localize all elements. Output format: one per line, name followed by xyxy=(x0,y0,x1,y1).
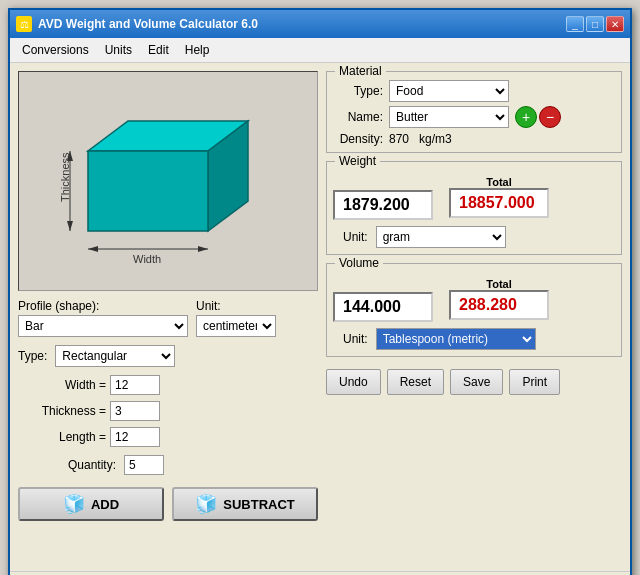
width-input[interactable] xyxy=(110,375,160,395)
weight-value: 1879.200 xyxy=(333,190,433,220)
volume-unit-select[interactable]: Tablespoon (metric) Liter Milliliter xyxy=(376,328,536,350)
type-row: Type: Rectangular Round xyxy=(18,345,318,367)
quantity-input[interactable] xyxy=(124,455,164,475)
weight-total-value: 18857.000 xyxy=(449,188,549,218)
add-material-button[interactable]: + xyxy=(515,106,537,128)
width-row: Width = xyxy=(26,375,318,395)
weight-section-label: Weight xyxy=(335,154,380,168)
weight-unit-label: Unit: xyxy=(343,230,368,244)
type-label: Type: xyxy=(18,349,47,363)
left-panel: Thickness Width Profile (shape): Bar xyxy=(18,71,318,563)
weight-unit-select[interactable]: gram kilogram pound xyxy=(376,226,506,248)
shape-svg: Thickness Width xyxy=(48,91,288,271)
profile-label: Profile (shape): xyxy=(18,299,188,313)
length-label: Length = xyxy=(26,430,106,444)
material-name-select[interactable]: Butter Cheese xyxy=(389,106,509,128)
density-value: 870 xyxy=(389,132,409,146)
unit-group: Unit: centimeter millimeter meter inch xyxy=(196,299,276,337)
volume-unit-row: Unit: Tablespoon (metric) Liter Millilit… xyxy=(333,328,615,350)
material-action-buttons: + − xyxy=(515,106,561,128)
subtract-icon: 🧊 xyxy=(195,493,217,515)
title-bar: ⚖ AVD Weight and Volume Calculator 6.0 _… xyxy=(10,10,630,38)
svg-text:Thickness: Thickness xyxy=(59,152,71,202)
undo-button[interactable]: Undo xyxy=(326,369,381,395)
main-content: Thickness Width Profile (shape): Bar xyxy=(10,63,630,571)
material-name-label: Name: xyxy=(333,110,383,124)
material-name-row: Name: Butter Cheese + − xyxy=(333,106,615,128)
maximize-button[interactable]: □ xyxy=(586,16,604,32)
add-subtract-row: 🧊 ADD 🧊 SUBTRACT xyxy=(18,487,318,521)
quantity-label: Quantity: xyxy=(68,458,116,472)
svg-marker-5 xyxy=(67,221,73,231)
remove-material-button[interactable]: − xyxy=(539,106,561,128)
right-panel: Material Type: Food Metal Wood Name: But… xyxy=(326,71,622,563)
add-label: ADD xyxy=(91,497,119,512)
add-icon: 🧊 xyxy=(63,493,85,515)
volume-total-label: Total xyxy=(449,278,549,290)
action-row: Undo Reset Save Print xyxy=(326,365,622,399)
svg-marker-2 xyxy=(88,151,208,231)
volume-total-value: 288.280 xyxy=(449,290,549,320)
svg-text:Width: Width xyxy=(133,253,161,265)
thickness-row: Thickness = xyxy=(26,401,318,421)
menu-units[interactable]: Units xyxy=(97,40,140,60)
material-type-row: Type: Food Metal Wood xyxy=(333,80,615,102)
subtract-label: SUBTRACT xyxy=(223,497,295,512)
window-title: AVD Weight and Volume Calculator 6.0 xyxy=(38,17,258,31)
svg-marker-8 xyxy=(88,246,98,252)
type-select[interactable]: Rectangular Round xyxy=(55,345,175,367)
title-buttons: _ □ ✕ xyxy=(566,16,624,32)
material-type-select[interactable]: Food Metal Wood xyxy=(389,80,509,102)
volume-value: 144.000 xyxy=(333,292,433,322)
thickness-label: Thickness = xyxy=(26,404,106,418)
unit-label: Unit: xyxy=(196,299,276,313)
dimensions-group: Width = Thickness = Length = xyxy=(18,375,318,447)
minimize-button[interactable]: _ xyxy=(566,16,584,32)
svg-marker-9 xyxy=(198,246,208,252)
subtract-button[interactable]: 🧊 SUBTRACT xyxy=(172,487,318,521)
shape-canvas: Thickness Width xyxy=(18,71,318,291)
density-row: Density: 870 kg/m3 xyxy=(333,132,615,146)
material-type-label: Type: xyxy=(333,84,383,98)
main-window: ⚖ AVD Weight and Volume Calculator 6.0 _… xyxy=(8,8,632,575)
length-row: Length = xyxy=(26,427,318,447)
volume-unit-label: Unit: xyxy=(343,332,368,346)
menu-help[interactable]: Help xyxy=(177,40,218,60)
footer: http://www.avlandesign.com xyxy=(10,571,630,575)
volume-section-label: Volume xyxy=(335,256,383,270)
length-input[interactable] xyxy=(110,427,160,447)
menu-edit[interactable]: Edit xyxy=(140,40,177,60)
app-icon: ⚖ xyxy=(16,16,32,32)
profile-group: Profile (shape): Bar xyxy=(18,299,188,337)
close-button[interactable]: ✕ xyxy=(606,16,624,32)
thickness-input[interactable] xyxy=(110,401,160,421)
print-button[interactable]: Print xyxy=(509,369,560,395)
unit-select[interactable]: centimeter millimeter meter inch xyxy=(196,315,276,337)
weight-total-label: Total xyxy=(449,176,549,188)
menu-bar: Conversions Units Edit Help xyxy=(10,38,630,63)
profile-select[interactable]: Bar xyxy=(18,315,188,337)
material-group: Material Type: Food Metal Wood Name: But… xyxy=(326,71,622,153)
weight-unit-row: Unit: gram kilogram pound xyxy=(333,226,615,248)
volume-group: Volume 144.000 Total 288.280 Unit: Table… xyxy=(326,263,622,357)
weight-group: Weight 1879.200 Total 18857.000 Unit: gr… xyxy=(326,161,622,255)
reset-button[interactable]: Reset xyxy=(387,369,444,395)
menu-conversions[interactable]: Conversions xyxy=(14,40,97,60)
quantity-row: Quantity: xyxy=(18,455,318,475)
title-bar-left: ⚖ AVD Weight and Volume Calculator 6.0 xyxy=(16,16,258,32)
add-button[interactable]: 🧊 ADD xyxy=(18,487,164,521)
material-section-label: Material xyxy=(335,64,386,78)
density-unit: kg/m3 xyxy=(419,132,452,146)
save-button[interactable]: Save xyxy=(450,369,503,395)
density-label: Density: xyxy=(333,132,383,146)
profile-unit-row: Profile (shape): Bar Unit: centimeter mi… xyxy=(18,299,318,337)
width-label: Width = xyxy=(26,378,106,392)
